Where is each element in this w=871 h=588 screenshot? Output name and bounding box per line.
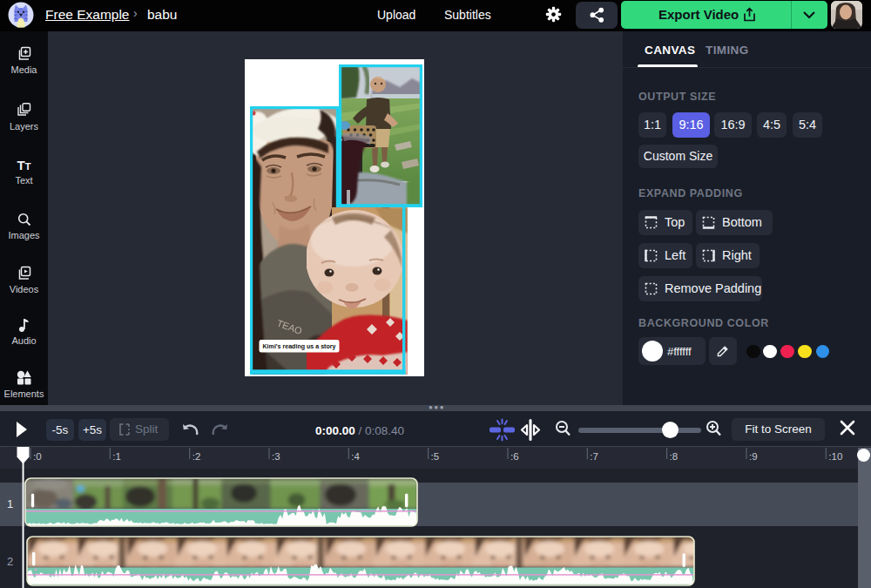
svg-text:Kimi's reading us a story: Kimi's reading us a story — [263, 342, 337, 350]
